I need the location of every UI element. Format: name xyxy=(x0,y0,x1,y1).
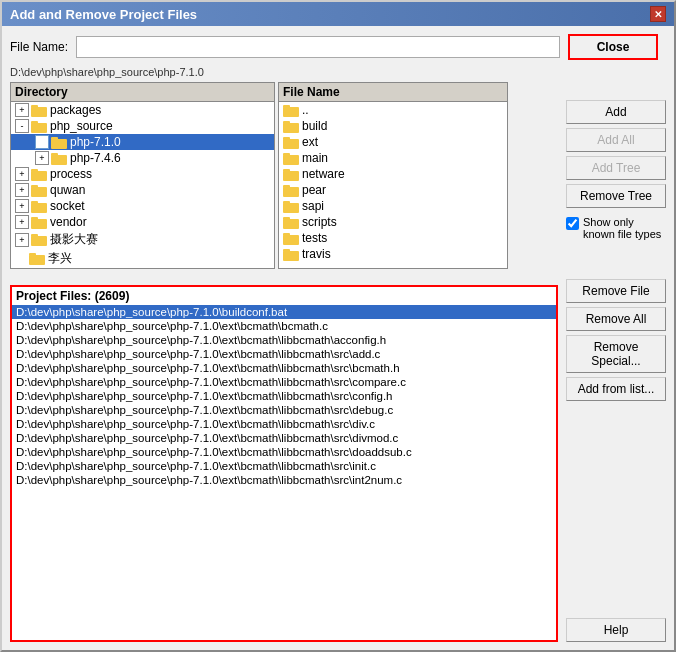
remove-all-button[interactable]: Remove All xyxy=(566,307,666,331)
file-list-item[interactable]: .. xyxy=(279,102,507,118)
expand-icon[interactable]: + xyxy=(35,135,49,149)
add-all-button[interactable]: Add All xyxy=(566,128,666,152)
add-button[interactable]: Add xyxy=(566,100,666,124)
file-list-item[interactable]: pear xyxy=(279,182,507,198)
file-item-label: build xyxy=(302,119,327,133)
file-list-item[interactable]: tests xyxy=(279,230,507,246)
expand-icon[interactable]: + xyxy=(15,103,29,117)
file-list-item[interactable]: netware xyxy=(279,166,507,182)
folder-icon xyxy=(283,216,299,229)
folder-icon xyxy=(31,200,47,213)
svg-rect-37 xyxy=(283,233,290,236)
folder-icon xyxy=(29,252,45,265)
file-list-item[interactable]: main xyxy=(279,150,507,166)
svg-rect-18 xyxy=(29,255,45,265)
svg-rect-22 xyxy=(283,123,299,133)
tree-item[interactable]: + socket xyxy=(11,198,274,214)
file-item-label: pear xyxy=(302,183,326,197)
remove-tree-button[interactable]: Remove Tree xyxy=(566,184,666,208)
tree-item[interactable]: + process xyxy=(11,166,274,182)
project-file-item[interactable]: D:\dev\php\share\php_source\php-7.1.0\ex… xyxy=(12,403,556,417)
show-only-known-checkbox[interactable] xyxy=(566,217,579,230)
tree-item[interactable]: + vendor xyxy=(11,214,274,230)
project-file-item[interactable]: D:\dev\php\share\php_source\php-7.1.0\ex… xyxy=(12,417,556,431)
expand-icon[interactable]: + xyxy=(15,167,29,181)
tree-item-label: php_source xyxy=(50,119,113,133)
svg-rect-7 xyxy=(51,153,58,156)
tree-item[interactable]: - php_source xyxy=(11,118,274,134)
expand-icon[interactable]: - xyxy=(15,119,29,133)
remove-file-button[interactable]: Remove File xyxy=(566,279,666,303)
file-name-section: File Name: Close xyxy=(10,34,666,60)
tree-item-label: packages xyxy=(50,103,101,117)
svg-rect-30 xyxy=(283,187,299,197)
project-file-item[interactable]: D:\dev\php\share\php_source\php-7.1.0\ex… xyxy=(12,333,556,347)
svg-rect-13 xyxy=(31,201,38,204)
project-file-item[interactable]: D:\dev\php\share\php_source\php-7.1.0\ex… xyxy=(12,389,556,403)
svg-rect-10 xyxy=(31,187,47,197)
file-list-item[interactable]: sapi xyxy=(279,198,507,214)
folder-icon xyxy=(283,120,299,133)
tree-item[interactable]: + php-7.4.6 xyxy=(11,150,274,166)
svg-rect-27 xyxy=(283,153,290,156)
directory-panel-header: Directory xyxy=(11,83,274,102)
file-list[interactable]: .. build ext xyxy=(279,102,507,268)
folder-icon xyxy=(31,216,47,229)
svg-rect-26 xyxy=(283,155,299,165)
project-files-list[interactable]: D:\dev\php\share\php_source\php-7.1.0\bu… xyxy=(12,305,556,640)
project-files-header: Project Files: (2609) xyxy=(12,287,556,305)
expand-icon[interactable]: + xyxy=(15,233,29,247)
filename-panel: File Name .. build xyxy=(278,82,508,269)
project-file-item[interactable]: D:\dev\php\share\php_source\php-7.1.0\ex… xyxy=(12,473,556,487)
close-button[interactable]: Close xyxy=(568,34,658,60)
svg-rect-25 xyxy=(283,137,290,140)
file-list-item[interactable]: ext xyxy=(279,134,507,150)
tree-item-label: php-7.4.6 xyxy=(70,151,121,165)
file-item-label: .. xyxy=(302,103,309,117)
svg-rect-29 xyxy=(283,169,290,172)
tree-item[interactable]: 李兴 xyxy=(11,249,274,268)
file-name-input[interactable] xyxy=(76,36,560,58)
svg-rect-11 xyxy=(31,185,38,188)
project-file-item[interactable]: D:\dev\php\share\php_source\php-7.1.0\ex… xyxy=(12,459,556,473)
project-file-item[interactable]: D:\dev\php\share\php_source\php-7.1.0\ex… xyxy=(12,361,556,375)
tree-item-selected[interactable]: + php-7.1.0 xyxy=(11,134,274,150)
project-file-item[interactable]: D:\dev\php\share\php_source\php-7.1.0\ex… xyxy=(12,375,556,389)
folder-icon xyxy=(283,152,299,165)
expand-icon[interactable]: + xyxy=(15,199,29,213)
expand-icon[interactable]: + xyxy=(35,151,49,165)
remove-special-button[interactable]: Remove Special... xyxy=(566,335,666,373)
project-file-item[interactable]: D:\dev\php\share\php_source\php-7.1.0\bu… xyxy=(12,305,556,319)
tree-item[interactable]: + packages xyxy=(11,102,274,118)
file-list-item[interactable]: scripts xyxy=(279,214,507,230)
project-file-item[interactable]: D:\dev\php\share\php_source\php-7.1.0\ex… xyxy=(12,347,556,361)
tree-item-label: quwan xyxy=(50,183,85,197)
add-tree-button[interactable]: Add Tree xyxy=(566,156,666,180)
folder-icon xyxy=(283,248,299,261)
parent-folder-icon xyxy=(283,104,299,117)
project-file-item[interactable]: D:\dev\php\share\php_source\php-7.1.0\ex… xyxy=(12,319,556,333)
expand-icon[interactable]: + xyxy=(15,183,29,197)
filename-panel-header: File Name xyxy=(279,83,507,102)
expand-icon[interactable]: + xyxy=(15,215,29,229)
svg-rect-4 xyxy=(51,139,67,149)
project-file-item[interactable]: D:\dev\php\share\php_source\php-7.1.0\ex… xyxy=(12,445,556,459)
file-list-item[interactable]: build xyxy=(279,118,507,134)
help-button[interactable]: Help xyxy=(566,618,666,642)
svg-rect-12 xyxy=(31,203,47,213)
directory-tree[interactable]: + packages - php_source xyxy=(11,102,274,268)
tree-item[interactable]: + 摄影大赛 xyxy=(11,230,274,249)
folder-icon xyxy=(283,232,299,245)
file-item-label: scripts xyxy=(302,215,337,229)
svg-rect-36 xyxy=(283,235,299,245)
folder-icon xyxy=(51,136,67,149)
add-from-list-button[interactable]: Add from list... xyxy=(566,377,666,401)
tree-item[interactable]: + quwan xyxy=(11,182,274,198)
title-bar-close-button[interactable]: ✕ xyxy=(650,6,666,22)
folder-icon xyxy=(283,168,299,181)
project-file-item[interactable]: D:\dev\php\share\php_source\php-7.1.0\ex… xyxy=(12,431,556,445)
folder-icon xyxy=(283,200,299,213)
svg-rect-5 xyxy=(51,137,58,140)
file-list-item[interactable]: travis xyxy=(279,246,507,262)
show-only-known-label: Show only known file types xyxy=(583,216,666,240)
